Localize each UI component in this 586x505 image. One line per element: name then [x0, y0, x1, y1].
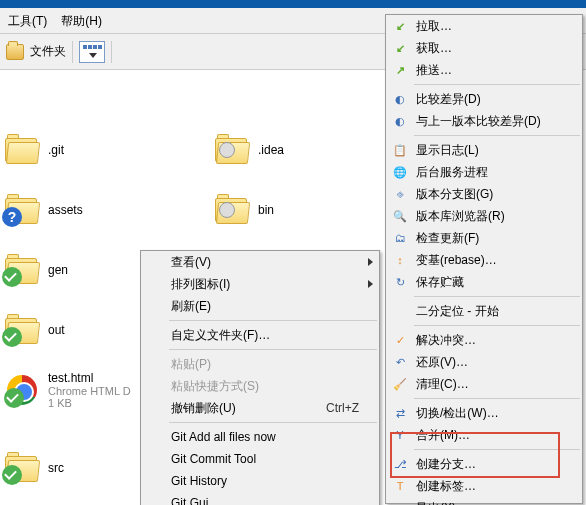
menu-item[interactable]: ↙获取… [386, 37, 582, 59]
file-label: gen [48, 263, 68, 277]
menu-item-label: 粘贴(P) [171, 356, 211, 373]
menu-item-label: 创建标签… [416, 478, 476, 495]
menu-item-icon: ↗ [392, 500, 408, 505]
file-label: .idea [258, 143, 284, 157]
menu-shortcut: Ctrl+Z [326, 401, 359, 415]
context-menu-git: ↙拉取…↙获取…↗推送…◐比较差异(D)◐与上一版本比较差异(D)📋显示日志(L… [385, 14, 583, 504]
menu-item[interactable]: ◐与上一版本比较差异(D) [386, 110, 582, 132]
toolbar-separator [111, 41, 112, 63]
file-label: bin [258, 203, 274, 217]
view-mode-button[interactable] [79, 41, 105, 63]
file-item[interactable]: bin [210, 180, 390, 240]
menu-item-label: 检查更新(F) [416, 230, 479, 247]
menu-item-icon: ⇄ [392, 405, 408, 421]
submenu-arrow-icon [368, 280, 373, 288]
folder-icon: ? [5, 196, 39, 224]
menu-item-label: Git Commit Tool [171, 452, 256, 466]
folder-icon [215, 136, 249, 164]
check-overlay-icon [4, 388, 24, 408]
menu-item[interactable]: ↶还原(V)… [386, 351, 582, 373]
folder-icon[interactable] [6, 44, 24, 60]
menu-separator [414, 398, 580, 399]
file-item[interactable]: .idea [210, 120, 390, 180]
menu-item-icon: ⎇ [392, 456, 408, 472]
menu-item[interactable]: 排列图标(I) [141, 273, 379, 295]
menu-separator [169, 349, 377, 350]
menu-item[interactable]: 📋显示日志(L) [386, 139, 582, 161]
menu-item-label: Git Gui [171, 496, 208, 505]
menu-tools[interactable]: 工具(T) [8, 13, 47, 28]
menu-item[interactable]: Git History [141, 470, 379, 492]
menu-item-icon: ◐ [392, 113, 408, 129]
file-item[interactable]: ?assets [0, 180, 180, 240]
menu-item[interactable]: ✓解决冲突… [386, 329, 582, 351]
menu-item-label: 解决冲突… [416, 332, 476, 349]
file-label: assets [48, 203, 83, 217]
menu-item[interactable]: ↕变基(rebase)… [386, 249, 582, 271]
file-item[interactable]: .git [0, 120, 180, 180]
menu-separator [414, 84, 580, 85]
menu-item-icon: 🌐 [392, 164, 408, 180]
menu-item[interactable]: 自定义文件夹(F)… [141, 324, 379, 346]
menu-item-label: 版本分支图(G) [416, 186, 493, 203]
menu-item[interactable]: 🔍版本库浏览器(R) [386, 205, 582, 227]
menu-item[interactable]: ⎇创建分支… [386, 453, 582, 475]
menu-item-icon: Y [392, 427, 408, 443]
menu-item[interactable]: 🌐后台服务进程 [386, 161, 582, 183]
menu-item[interactable]: ⇄切换/检出(W)… [386, 402, 582, 424]
menu-item-label: 与上一版本比较差异(D) [416, 113, 541, 130]
menu-item-label: 刷新(E) [171, 298, 211, 315]
menu-separator [414, 296, 580, 297]
menu-item-icon: ↙ [392, 40, 408, 56]
folder-icon [5, 136, 39, 164]
menu-item[interactable]: Y合并(M)… [386, 424, 582, 446]
menu-item-label: 切换/检出(W)… [416, 405, 499, 422]
menu-item[interactable]: 🧹清理(C)… [386, 373, 582, 395]
folder-icon [5, 256, 39, 284]
menu-item-icon: T [392, 478, 408, 494]
menu-item[interactable]: ↻保存贮藏 [386, 271, 582, 293]
menu-item[interactable]: ↗导出(X)… [386, 497, 582, 505]
menu-item-label: 查看(V) [171, 254, 211, 271]
file-label: .git [48, 143, 64, 157]
menu-item[interactable]: 刷新(E) [141, 295, 379, 317]
menu-separator [414, 325, 580, 326]
folder-icon [5, 316, 39, 344]
folder-icon [5, 454, 39, 482]
menu-item-icon: 🔍 [392, 208, 408, 224]
menu-item[interactable]: Git Add all files now [141, 426, 379, 448]
menu-item-label: 还原(V)… [416, 354, 468, 371]
menu-item[interactable]: Git Commit Tool [141, 448, 379, 470]
menu-item[interactable]: 二分定位 - 开始 [386, 300, 582, 322]
menu-item[interactable]: ⎆版本分支图(G) [386, 183, 582, 205]
menu-item[interactable]: 查看(V) [141, 251, 379, 273]
menu-help[interactable]: 帮助(H) [61, 13, 102, 28]
menu-item[interactable]: ↙拉取… [386, 15, 582, 37]
file-label: out [48, 323, 65, 337]
menu-item[interactable]: 撤销删除(U)Ctrl+Z [141, 397, 379, 419]
gray-overlay-icon [219, 202, 235, 218]
menu-separator [414, 449, 580, 450]
menu-item-label: 清理(C)… [416, 376, 469, 393]
submenu-arrow-icon [368, 258, 373, 266]
menu-item-icon: 📋 [392, 142, 408, 158]
menu-item[interactable]: ◐比较差异(D) [386, 88, 582, 110]
folders-label[interactable]: 文件夹 [30, 43, 66, 60]
check-overlay-icon [2, 327, 22, 347]
menu-item-label: 排列图标(I) [171, 276, 230, 293]
check-overlay-icon [2, 267, 22, 287]
check-overlay-icon [2, 465, 22, 485]
menu-item-icon: ↕ [392, 252, 408, 268]
menu-item[interactable]: Git Gui [141, 492, 379, 505]
toolbar-separator [72, 41, 73, 63]
menu-item[interactable]: ↗推送… [386, 59, 582, 81]
menu-item-icon: ◐ [392, 91, 408, 107]
menu-item-label: 撤销删除(U) [171, 400, 236, 417]
question-overlay-icon: ? [2, 207, 22, 227]
menu-item-label: 版本库浏览器(R) [416, 208, 505, 225]
menu-item-label: 拉取… [416, 18, 452, 35]
menu-item[interactable]: T创建标签… [386, 475, 582, 497]
menu-item-icon: 🗂 [392, 230, 408, 246]
gray-overlay-icon [219, 142, 235, 158]
menu-item[interactable]: 🗂检查更新(F) [386, 227, 582, 249]
